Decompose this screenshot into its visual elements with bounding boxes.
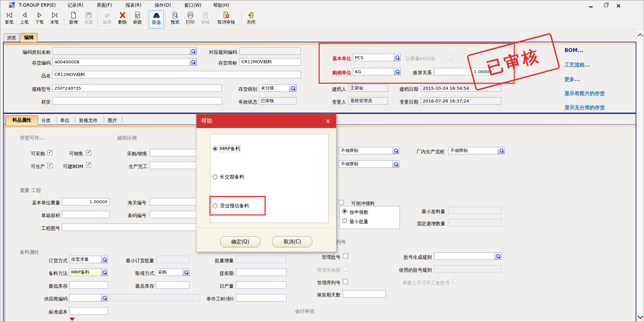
ok-button[interactable]: 确定(Q): [220, 236, 260, 247]
by-request-radio[interactable]: [342, 209, 347, 214]
batch-rule-field[interactable]: [434, 252, 501, 260]
daily-output-field[interactable]: [236, 281, 286, 289]
supplier-name-field: [109, 294, 200, 301]
delete-button[interactable]: 删除: [115, 10, 130, 29]
min-stock-field[interactable]: [69, 281, 108, 289]
prev-record-button[interactable]: 上笔: [17, 10, 32, 29]
show-unclassified-link[interactable]: 显示无分类的存货: [564, 105, 605, 111]
shelf-life-field[interactable]: [343, 290, 386, 297]
bom-allowed-checkbox[interactable]: [86, 162, 91, 167]
limit-field-2[interactable]: 不做限制: [339, 160, 399, 168]
code-category-lookup-button[interactable]: [190, 47, 196, 55]
inv-level-lookup-button[interactable]: [289, 84, 296, 92]
over-receive-section-header: 超收比例: [117, 135, 137, 141]
inv-code-field[interactable]: 400400008: [52, 58, 197, 66]
serial-section-header: 列号: [336, 239, 346, 245]
lead-time-field[interactable]: [236, 269, 286, 276]
prep-method-lookup-button[interactable]: [101, 269, 108, 276]
limit-field-1[interactable]: 不做限制: [339, 147, 399, 154]
print-button[interactable]: 打印: [183, 10, 198, 29]
tab-browse[interactable]: 浏览: [4, 33, 19, 42]
preview-button[interactable]: 预览: [168, 10, 183, 29]
new-document-icon: [69, 11, 78, 19]
bom-link[interactable]: BOM...: [564, 47, 583, 53]
minimize-button[interactable]: [587, 2, 595, 8]
code-category-field[interactable]: [52, 47, 197, 55]
factory-flow-field[interactable]: 不做限制: [448, 147, 505, 154]
next-record-icon: [35, 11, 44, 19]
menu-window[interactable]: 窗口(W): [184, 2, 201, 8]
subtab-qualification[interactable]: 资格文件: [79, 117, 105, 124]
producible-checkbox[interactable]: [47, 163, 52, 168]
limit-field-2-lookup-button[interactable]: [393, 160, 399, 168]
sellable-checkbox[interactable]: [86, 150, 91, 155]
subtab-unit[interactable]: 单位: [60, 117, 75, 124]
toolbar-separator: [241, 11, 242, 27]
scroll-up-icon[interactable]: [638, 33, 643, 39]
close-button[interactable]: 关闭: [243, 10, 259, 29]
show-with-image-link[interactable]: 显示有图片的存货: [564, 90, 605, 97]
scroll-hint-icon[interactable]: [70, 318, 75, 321]
order-mode-lookup-button[interactable]: [101, 256, 108, 263]
inv-abbr-field[interactable]: CR12MOV精料: [239, 58, 301, 66]
sellable-label: 可销售: [62, 150, 83, 157]
factory-flow-lookup-button[interactable]: [498, 147, 505, 154]
used-rule-field: [434, 265, 501, 273]
std-cost-field[interactable]: [69, 307, 108, 315]
menu-record[interactable]: 记录(R): [67, 2, 83, 8]
product-name-field[interactable]: CR12MOV精料: [52, 71, 301, 78]
weight-section-header: 重量 工程: [20, 187, 41, 194]
unit-weight-field[interactable]: 1.00000: [62, 198, 109, 205]
toolbar-separator: [166, 11, 166, 27]
add-button[interactable]: 新增: [66, 10, 81, 29]
spec-field[interactable]: 250*240*35: [52, 84, 222, 92]
supplier-lookup-button[interactable]: [101, 294, 108, 301]
inv-code-lookup-button[interactable]: [190, 58, 196, 66]
material-field[interactable]: [52, 97, 222, 105]
limit-field-1-lookup-button[interactable]: [393, 147, 399, 154]
batch-rule-lookup-button[interactable]: [495, 252, 501, 260]
subtab-properties[interactable]: 料品属性: [6, 115, 38, 125]
rule-code-field[interactable]: [239, 47, 301, 55]
help-dialog-close-icon[interactable]: ×: [324, 117, 332, 125]
mrp-prep-option-label[interactable]: MRP备料: [220, 146, 240, 152]
subtab-classify[interactable]: 分类: [41, 117, 56, 124]
menu-tgroup-erp[interactable]: T-GROUP ERP(E): [19, 2, 56, 8]
scroll-down-icon[interactable]: [638, 314, 643, 319]
max-stock-field[interactable]: [156, 281, 189, 289]
volume-field[interactable]: [62, 211, 109, 218]
first-record-button[interactable]: 首笔: [2, 10, 17, 29]
cancel-audit-button[interactable]: 取消审核: [213, 10, 240, 29]
cancel-button[interactable]: 取消(C): [272, 236, 312, 247]
refresh-button[interactable]: 刷新: [130, 10, 145, 29]
more-link[interactable]: 更多...: [564, 76, 580, 83]
save-button: 存盘: [81, 10, 96, 29]
backflush-checkbox[interactable]: [339, 200, 344, 205]
menu-operation[interactable]: 操作(O): [155, 2, 171, 8]
filter-button[interactable]: 筛选: [149, 10, 164, 29]
min-batch-radio[interactable]: [342, 218, 347, 223]
manage-serial-checkbox[interactable]: [343, 279, 348, 284]
customs-label: 海关编号: [121, 199, 146, 206]
close-window-button[interactable]: ×: [615, 2, 622, 8]
mrp-prep-radio[interactable]: [213, 146, 218, 151]
min-issue-label: 最小发料量: [405, 208, 445, 215]
acquire-lookup-button[interactable]: [183, 269, 189, 276]
next-record-button[interactable]: 下笔: [32, 10, 47, 29]
manage-batch-checkbox[interactable]: [343, 253, 348, 258]
menu-help[interactable]: 帮助(H): [213, 2, 229, 8]
last-record-button[interactable]: 末笔: [47, 10, 62, 29]
process-flow-link[interactable]: 工艺流程...: [564, 62, 590, 68]
vertical-scrollbar[interactable]: [637, 30, 644, 322]
menu-report[interactable]: 报表(R): [126, 2, 141, 8]
inv-abbr-label: 存货简称: [197, 59, 237, 66]
long-lead-prep-option-label[interactable]: 长交期备料: [220, 174, 244, 180]
unit-hours-field[interactable]: [236, 294, 286, 301]
purchasable-checkbox[interactable]: [47, 150, 52, 155]
tab-edit[interactable]: 编辑: [20, 33, 38, 42]
long-lead-prep-radio[interactable]: [213, 174, 218, 179]
restore-button[interactable]: [602, 2, 609, 8]
menu-interface[interactable]: 界面(F): [97, 2, 112, 8]
subtab-picture[interactable]: 图片: [108, 117, 123, 124]
help-dialog-titlebar[interactable]: 帮助: [196, 114, 336, 128]
